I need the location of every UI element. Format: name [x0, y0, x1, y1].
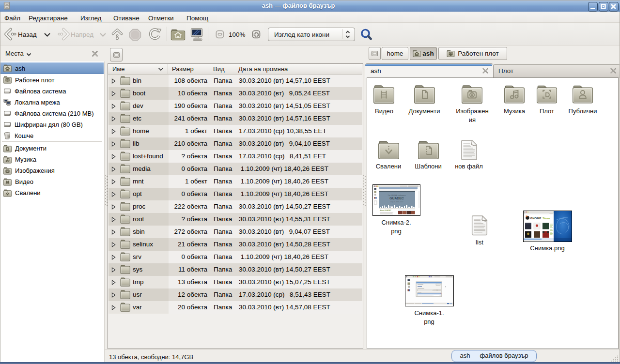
svg-text:About GUADEC: About GUADEC [380, 210, 392, 212]
svg-text:GNOME: GNOME [530, 217, 542, 220]
svg-text:GUADEC: GUADEC [389, 197, 404, 200]
svg-text:Store: Store [542, 217, 550, 220]
svg-text:July 24–30th, 2010: July 24–30th, 2010 [390, 201, 403, 203]
